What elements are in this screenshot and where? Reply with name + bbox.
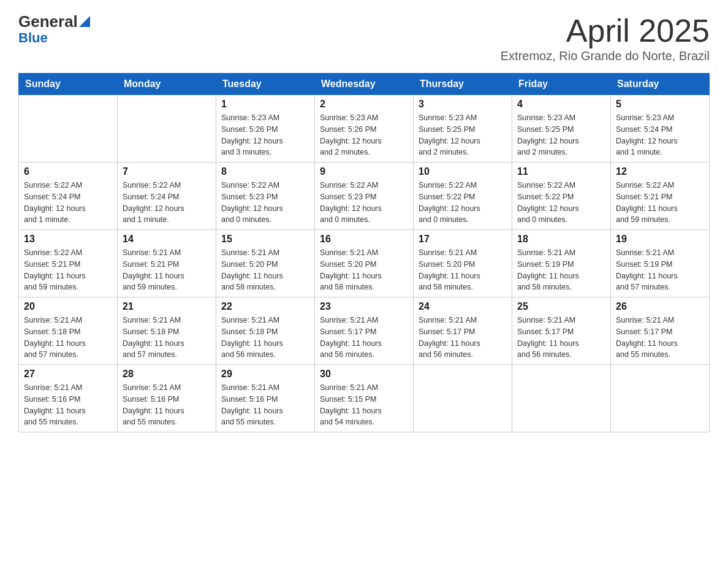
day-info-8: Sunrise: 5:22 AMSunset: 5:23 PMDaylight:… xyxy=(221,180,309,226)
day-info-25: Sunrise: 5:21 AMSunset: 5:17 PMDaylight:… xyxy=(517,315,605,361)
day-23: 23Sunrise: 5:21 AMSunset: 5:17 PMDayligh… xyxy=(315,297,414,365)
empty-cell-w4-d5 xyxy=(512,365,611,432)
day-number-24: 24 xyxy=(419,301,507,312)
day-5: 5Sunrise: 5:23 AMSunset: 5:24 PMDaylight… xyxy=(611,95,710,163)
day-28: 28Sunrise: 5:21 AMSunset: 5:16 PMDayligh… xyxy=(118,365,216,432)
day-number-9: 9 xyxy=(320,166,408,177)
day-10: 10Sunrise: 5:22 AMSunset: 5:22 PMDayligh… xyxy=(414,163,512,230)
empty-cell-w4-d4 xyxy=(414,365,512,432)
day-7: 7Sunrise: 5:22 AMSunset: 5:24 PMDaylight… xyxy=(118,163,216,230)
day-number-22: 22 xyxy=(221,301,309,312)
empty-cell-w4-d6 xyxy=(611,365,710,432)
day-info-22: Sunrise: 5:21 AMSunset: 5:18 PMDaylight:… xyxy=(221,315,309,361)
week-row-4: 20Sunrise: 5:21 AMSunset: 5:18 PMDayligh… xyxy=(19,297,710,365)
day-2: 2Sunrise: 5:23 AMSunset: 5:26 PMDaylight… xyxy=(315,95,414,163)
day-number-15: 15 xyxy=(221,234,309,245)
day-8: 8Sunrise: 5:22 AMSunset: 5:23 PMDaylight… xyxy=(216,163,315,230)
day-26: 26Sunrise: 5:21 AMSunset: 5:17 PMDayligh… xyxy=(611,297,710,365)
day-info-28: Sunrise: 5:21 AMSunset: 5:16 PMDaylight:… xyxy=(123,382,211,428)
day-12: 12Sunrise: 5:22 AMSunset: 5:21 PMDayligh… xyxy=(611,163,710,230)
day-13: 13Sunrise: 5:22 AMSunset: 5:21 PMDayligh… xyxy=(19,230,118,297)
day-info-20: Sunrise: 5:21 AMSunset: 5:18 PMDaylight:… xyxy=(24,315,112,361)
day-3: 3Sunrise: 5:23 AMSunset: 5:25 PMDaylight… xyxy=(414,95,512,163)
day-30: 30Sunrise: 5:21 AMSunset: 5:15 PMDayligh… xyxy=(315,365,414,432)
day-info-27: Sunrise: 5:21 AMSunset: 5:16 PMDaylight:… xyxy=(24,382,112,428)
day-info-12: Sunrise: 5:22 AMSunset: 5:21 PMDaylight:… xyxy=(616,180,704,226)
day-number-8: 8 xyxy=(221,166,309,177)
day-number-28: 28 xyxy=(123,369,211,380)
day-number-11: 11 xyxy=(517,166,605,177)
day-20: 20Sunrise: 5:21 AMSunset: 5:18 PMDayligh… xyxy=(19,297,118,365)
day-number-2: 2 xyxy=(320,99,408,110)
day-info-1: Sunrise: 5:23 AMSunset: 5:26 PMDaylight:… xyxy=(221,112,309,158)
day-number-1: 1 xyxy=(221,99,309,110)
day-15: 15Sunrise: 5:21 AMSunset: 5:20 PMDayligh… xyxy=(216,230,315,297)
day-4: 4Sunrise: 5:23 AMSunset: 5:25 PMDaylight… xyxy=(512,95,611,163)
day-number-29: 29 xyxy=(221,369,309,380)
day-info-17: Sunrise: 5:21 AMSunset: 5:20 PMDaylight:… xyxy=(419,247,507,293)
day-info-6: Sunrise: 5:22 AMSunset: 5:24 PMDaylight:… xyxy=(24,180,112,226)
day-1: 1Sunrise: 5:23 AMSunset: 5:26 PMDaylight… xyxy=(216,95,315,163)
week-row-2: 6Sunrise: 5:22 AMSunset: 5:24 PMDaylight… xyxy=(19,163,710,230)
day-number-19: 19 xyxy=(616,234,704,245)
day-19: 19Sunrise: 5:21 AMSunset: 5:19 PMDayligh… xyxy=(611,230,710,297)
svg-marker-0 xyxy=(79,16,90,27)
day-info-5: Sunrise: 5:23 AMSunset: 5:24 PMDaylight:… xyxy=(616,112,704,158)
day-25: 25Sunrise: 5:21 AMSunset: 5:17 PMDayligh… xyxy=(512,297,611,365)
day-info-11: Sunrise: 5:22 AMSunset: 5:22 PMDaylight:… xyxy=(517,180,605,226)
logo: General Blue xyxy=(18,12,90,46)
day-number-21: 21 xyxy=(123,301,211,312)
calendar-title: April 2025 xyxy=(501,12,710,49)
logo-general-text: General xyxy=(18,12,78,31)
day-info-21: Sunrise: 5:21 AMSunset: 5:18 PMDaylight:… xyxy=(123,315,211,361)
day-number-23: 23 xyxy=(320,301,408,312)
day-info-9: Sunrise: 5:22 AMSunset: 5:23 PMDaylight:… xyxy=(320,180,408,226)
weekday-header-row: SundayMondayTuesdayWednesdayThursdayFrid… xyxy=(19,74,710,95)
day-number-3: 3 xyxy=(419,99,507,110)
empty-cell-w0-d1 xyxy=(118,95,216,163)
day-18: 18Sunrise: 5:21 AMSunset: 5:19 PMDayligh… xyxy=(512,230,611,297)
weekday-header-sunday: Sunday xyxy=(19,74,118,95)
day-27: 27Sunrise: 5:21 AMSunset: 5:16 PMDayligh… xyxy=(19,365,118,432)
day-info-13: Sunrise: 5:22 AMSunset: 5:21 PMDaylight:… xyxy=(24,247,112,293)
day-info-19: Sunrise: 5:21 AMSunset: 5:19 PMDaylight:… xyxy=(616,247,704,293)
page-header: General Blue April 2025 Extremoz, Rio Gr… xyxy=(18,12,710,63)
weekday-header-thursday: Thursday xyxy=(414,74,512,95)
day-number-7: 7 xyxy=(123,166,211,177)
day-16: 16Sunrise: 5:21 AMSunset: 5:20 PMDayligh… xyxy=(315,230,414,297)
week-row-3: 13Sunrise: 5:22 AMSunset: 5:21 PMDayligh… xyxy=(19,230,710,297)
weekday-header-saturday: Saturday xyxy=(611,74,710,95)
day-info-18: Sunrise: 5:21 AMSunset: 5:19 PMDaylight:… xyxy=(517,247,605,293)
day-number-14: 14 xyxy=(123,234,211,245)
weekday-header-monday: Monday xyxy=(118,74,216,95)
day-info-23: Sunrise: 5:21 AMSunset: 5:17 PMDaylight:… xyxy=(320,315,408,361)
logo-triangle-icon xyxy=(79,16,90,27)
logo-blue-text: Blue xyxy=(18,30,90,46)
day-number-25: 25 xyxy=(517,301,605,312)
day-info-24: Sunrise: 5:21 AMSunset: 5:17 PMDaylight:… xyxy=(419,315,507,361)
day-info-29: Sunrise: 5:21 AMSunset: 5:16 PMDaylight:… xyxy=(221,382,309,428)
day-17: 17Sunrise: 5:21 AMSunset: 5:20 PMDayligh… xyxy=(414,230,512,297)
calendar-subtitle: Extremoz, Rio Grande do Norte, Brazil xyxy=(501,49,710,63)
day-info-16: Sunrise: 5:21 AMSunset: 5:20 PMDaylight:… xyxy=(320,247,408,293)
day-number-30: 30 xyxy=(320,369,408,380)
day-11: 11Sunrise: 5:22 AMSunset: 5:22 PMDayligh… xyxy=(512,163,611,230)
day-info-2: Sunrise: 5:23 AMSunset: 5:26 PMDaylight:… xyxy=(320,112,408,158)
week-row-1: 1Sunrise: 5:23 AMSunset: 5:26 PMDaylight… xyxy=(19,95,710,163)
day-number-17: 17 xyxy=(419,234,507,245)
day-number-13: 13 xyxy=(24,234,112,245)
day-29: 29Sunrise: 5:21 AMSunset: 5:16 PMDayligh… xyxy=(216,365,315,432)
day-number-18: 18 xyxy=(517,234,605,245)
day-info-4: Sunrise: 5:23 AMSunset: 5:25 PMDaylight:… xyxy=(517,112,605,158)
day-info-15: Sunrise: 5:21 AMSunset: 5:20 PMDaylight:… xyxy=(221,247,309,293)
weekday-header-tuesday: Tuesday xyxy=(216,74,315,95)
calendar-table: SundayMondayTuesdayWednesdayThursdayFrid… xyxy=(18,73,710,432)
logo-row1: General xyxy=(18,12,90,31)
day-number-26: 26 xyxy=(616,301,704,312)
empty-cell-w0-d0 xyxy=(19,95,118,163)
day-9: 9Sunrise: 5:22 AMSunset: 5:23 PMDaylight… xyxy=(315,163,414,230)
day-number-10: 10 xyxy=(419,166,507,177)
day-info-7: Sunrise: 5:22 AMSunset: 5:24 PMDaylight:… xyxy=(123,180,211,226)
title-area: April 2025 Extremoz, Rio Grande do Norte… xyxy=(501,12,710,63)
day-info-3: Sunrise: 5:23 AMSunset: 5:25 PMDaylight:… xyxy=(419,112,507,158)
